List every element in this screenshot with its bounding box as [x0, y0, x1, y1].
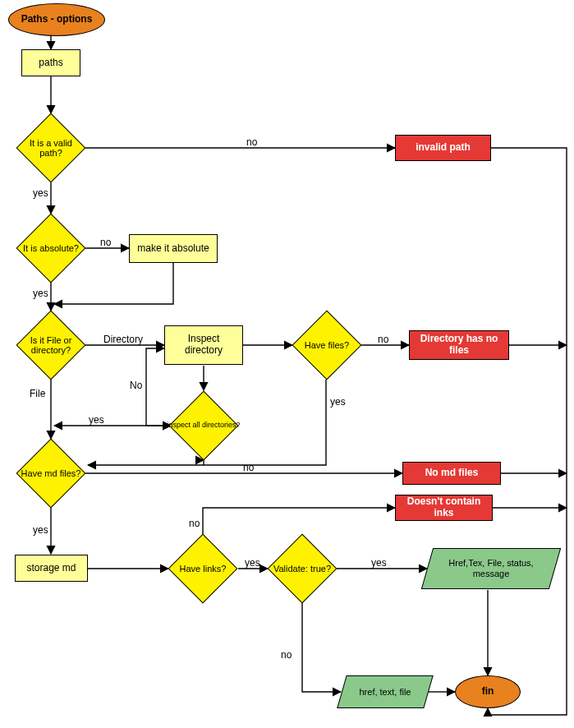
error-nofiles-label: Directory has no files — [416, 334, 502, 357]
decision-valid-label: It is a valid path? — [13, 123, 89, 173]
terminator-start: Paths - options — [8, 3, 105, 36]
process-storage-label: storage md — [26, 563, 76, 574]
edge-abs-no: no — [100, 237, 111, 248]
decision-havemd: Have md files? — [26, 449, 76, 498]
decision-havefiles-label: Have files? — [291, 320, 363, 370]
decision-inspectall-label: inspect all directories? — [161, 401, 246, 450]
process-makeabs-label: make it absolute — [137, 243, 209, 255]
edge-abs-yes: yes — [33, 288, 48, 299]
decision-absolute: It is absolute? — [26, 223, 76, 273]
edge-validate-no: no — [281, 649, 292, 661]
terminator-fin: fin — [455, 675, 521, 708]
output-full-label: Href,Tex, File, status, message — [427, 548, 555, 589]
decision-isfile-label: Is it File or directory? — [13, 320, 89, 370]
error-nomd-label: No md files — [425, 468, 479, 479]
decision-validate: Validate: true? — [278, 544, 327, 593]
edge-validate-yes: yes — [371, 557, 387, 569]
process-makeabs: make it absolute — [129, 234, 218, 263]
process-storage: storage md — [15, 555, 88, 582]
edge-valid-yes: yes — [33, 187, 48, 199]
error-nolinks: Doesn't contain inks — [395, 495, 493, 521]
error-invalid: invalid path — [395, 135, 491, 161]
edge-havemd-yes: yes — [33, 524, 48, 536]
decision-inspectall: inspect all directories? — [179, 401, 228, 450]
decision-validate-label: Validate: true? — [266, 544, 338, 593]
edge-isfile-file: File — [30, 388, 45, 399]
error-nomd: No md files — [402, 462, 501, 485]
edge-inspectall-yes: yes — [89, 414, 104, 426]
edge-valid-no: no — [246, 136, 257, 148]
output-full: Href,Tex, File, status, message — [427, 548, 555, 589]
edge-inspectall-no: No — [130, 380, 142, 391]
decision-havelinks: Have links? — [178, 544, 227, 593]
edge-havefiles-yes: yes — [330, 396, 346, 408]
decision-havelinks-label: Have links? — [167, 544, 239, 593]
edge-havelinks-no: no — [189, 518, 200, 529]
process-paths: paths — [21, 49, 80, 76]
decision-havefiles: Have files? — [302, 320, 351, 370]
edge-isfile-dir: Directory — [103, 334, 143, 345]
decision-absolute-label: It is absolute? — [13, 223, 89, 273]
output-basic-label: href, text, file — [342, 675, 429, 708]
error-nolinks-label: Doesn't contain inks — [402, 496, 485, 519]
terminator-start-label: Paths - options — [21, 14, 93, 25]
terminator-fin-label: fin — [482, 686, 494, 698]
error-invalid-label: invalid path — [416, 142, 471, 154]
decision-havemd-label: Have md files? — [15, 449, 87, 498]
decision-valid: It is a valid path? — [26, 123, 76, 173]
decision-isfile: Is it File or directory? — [26, 320, 76, 370]
edge-havemd-no: no — [243, 462, 254, 473]
subprocess-inspect-label: Inspect directory — [172, 334, 236, 357]
process-paths-label: paths — [39, 58, 62, 69]
subprocess-inspect: Inspect directory — [164, 325, 243, 365]
edge-havelinks-yes: yes — [245, 557, 260, 569]
error-nofiles: Directory has no files — [409, 330, 509, 360]
output-basic: href, text, file — [342, 675, 429, 708]
edge-havefiles-no: no — [378, 334, 388, 345]
